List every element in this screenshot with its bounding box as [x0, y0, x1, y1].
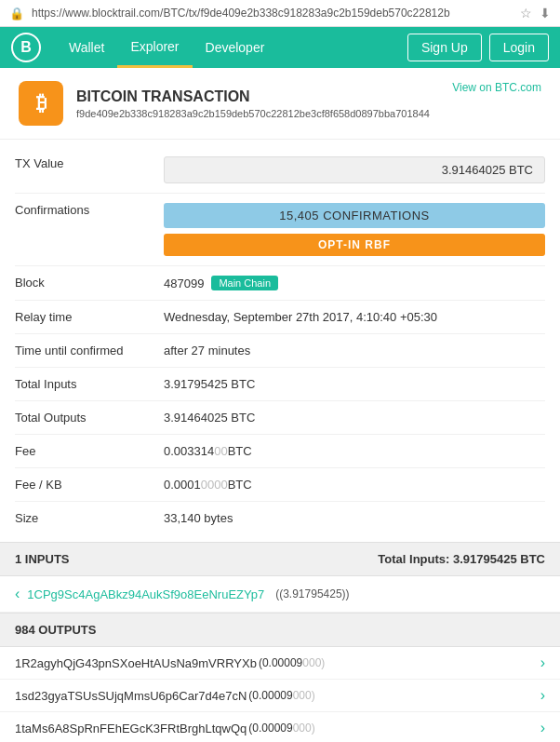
tx-value-label: TX Value: [15, 156, 164, 170]
input-amount: ((3.91795425)): [275, 587, 349, 600]
bitcoin-logo: ₿: [19, 81, 63, 126]
block-field: 487099 Main Chain: [164, 276, 545, 290]
nav-developer[interactable]: Developer: [193, 27, 278, 68]
output-amount-2: (0.00009000): [248, 722, 314, 735]
fee-suffix: BTC: [228, 444, 252, 458]
size-row: Size 33,140 bytes: [15, 502, 545, 534]
input-address[interactable]: 1CPg9Sc4AgABkz94AukSf9o8EeNruEZYp7: [27, 587, 264, 601]
download-icon[interactable]: ⬇: [540, 6, 551, 20]
relay-time-label: Relay time: [15, 310, 164, 324]
total-inputs-row: Total Inputs 3.91795425 BTC: [15, 368, 545, 401]
fee-kb-label: Fee / KB: [15, 478, 164, 492]
chevron-right-icon[interactable]: ›: [540, 720, 545, 736]
block-label: Block: [15, 276, 164, 290]
inputs-total: Total Inputs: 3.91795425 BTC: [378, 552, 545, 566]
size-label: Size: [15, 511, 164, 525]
output-address-2: 1taMs6A8SpRnFEhEGcK3FRtBrghLtqwQq: [15, 722, 247, 735]
main-content: ₿ BITCOIN TRANSACTION f9de409e2b338c9182…: [0, 68, 560, 742]
confirmations-badge: 15,405 CONFIRMATIONS: [164, 203, 545, 228]
transaction-title: BITCOIN TRANSACTION: [76, 88, 439, 105]
fee-muted: 00: [214, 444, 227, 458]
transaction-info: BITCOIN TRANSACTION f9de409e2b338c918283…: [76, 88, 439, 119]
tx-value-display: 3.91464025 BTC: [164, 156, 545, 183]
chevron-left-icon: ‹: [15, 586, 20, 602]
rbf-badge: OPT-IN RBF: [164, 234, 545, 256]
url-bar: 🔒 https://www.blocktrail.com/BTC/tx/f9de…: [0, 0, 560, 27]
output-amount-1: (0.00009000): [248, 689, 314, 702]
total-outputs-row: Total Outputs 3.91464025 BTC: [15, 401, 545, 435]
fee-kb-field: 0.00010000 BTC: [164, 478, 545, 492]
size-value: 33,140 bytes: [164, 511, 545, 525]
main-chain-badge: Main Chain: [211, 276, 278, 290]
inputs-count: 1 INPUTS: [15, 552, 70, 566]
chevron-right-icon[interactable]: ›: [540, 687, 545, 704]
output-address-0: 1R2agyhQjG43pnSXoeHtAUsNa9mVRRYXb: [15, 656, 257, 670]
time-confirmed-value: after 27 minutes: [164, 344, 545, 358]
signup-button[interactable]: Sign Up: [407, 34, 482, 61]
confirmations-field: 15,405 CONFIRMATIONS OPT-IN RBF: [164, 203, 545, 256]
url-text: https://www.blocktrail.com/BTC/tx/f9de40…: [32, 7, 513, 20]
total-inputs-value: 3.91795425 BTC: [164, 377, 545, 391]
fee-main: 0.003314: [164, 444, 214, 458]
fee-field: 0.00331400 BTC: [164, 444, 545, 458]
input-item: ‹ 1CPg9Sc4AgABkz94AukSf9o8EeNruEZYp7 ((3…: [0, 576, 560, 613]
relay-time-value: Wednesday, September 27th 2017, 4:10:40 …: [164, 310, 545, 324]
lock-icon: 🔒: [9, 7, 24, 20]
outputs-count: 984 OUTPUTS: [15, 623, 96, 637]
time-confirmed-row: Time until confirmed after 27 minutes: [15, 334, 545, 368]
output-address-wrap: 1taMs6A8SpRnFEhEGcK3FRtBrghLtqwQq (0.000…: [15, 722, 315, 735]
block-number: 487099: [164, 277, 204, 290]
outputs-section-header: 984 OUTPUTS: [0, 613, 560, 647]
output-item: 1R2agyhQjG43pnSXoeHtAUsNa9mVRRYXb (0.000…: [0, 647, 560, 680]
output-address-1: 1sd23gyaTSUsSUjqMmsU6p6Car7d4e7cN: [15, 689, 247, 703]
bookmark-icon[interactable]: ☆: [520, 6, 532, 20]
nav-explorer[interactable]: Explorer: [117, 27, 192, 68]
fee-kb-row: Fee / KB 0.00010000 BTC: [15, 468, 545, 502]
total-inputs-label: Total Inputs: [15, 377, 164, 391]
transaction-hash: f9de409e2b338c918283a9c2b159deb570c22812…: [76, 108, 439, 119]
fee-label: Fee: [15, 444, 164, 458]
output-address-wrap: 1sd23gyaTSUsSUjqMmsU6p6Car7d4e7cN (0.000…: [15, 689, 315, 703]
relay-time-row: Relay time Wednesday, September 27th 201…: [15, 301, 545, 334]
main-nav: Wallet Explorer Developer: [56, 27, 407, 68]
confirmations-label: Confirmations: [15, 203, 164, 217]
transaction-details: TX Value 3.91464025 BTC Confirmations 15…: [0, 140, 560, 542]
top-nav: B Wallet Explorer Developer Sign Up Logi…: [0, 27, 560, 68]
output-amount-0: (0.00009000): [259, 656, 325, 669]
login-button[interactable]: Login: [489, 34, 549, 61]
site-logo[interactable]: B: [11, 33, 41, 62]
auth-buttons: Sign Up Login: [407, 34, 549, 61]
outputs-list: 1R2agyhQjG43pnSXoeHtAUsNa9mVRRYXb (0.000…: [0, 647, 560, 742]
chevron-right-icon[interactable]: ›: [540, 654, 545, 671]
nav-wallet[interactable]: Wallet: [56, 27, 117, 68]
fee-kb-muted: 0000: [201, 478, 228, 492]
output-item: 1taMs6A8SpRnFEhEGcK3FRtBrghLtqwQq (0.000…: [0, 712, 560, 742]
output-address-wrap: 1R2agyhQjG43pnSXoeHtAUsNa9mVRRYXb (0.000…: [15, 656, 325, 670]
block-row: Block 487099 Main Chain: [15, 266, 545, 301]
output-item: 1sd23gyaTSUsSUjqMmsU6p6Car7d4e7cN (0.000…: [0, 680, 560, 712]
fee-row: Fee 0.00331400 BTC: [15, 435, 545, 468]
view-on-btccom-link[interactable]: View on BTC.com: [452, 81, 541, 94]
fee-kb-suffix: BTC: [228, 478, 252, 492]
fee-kb-main: 0.0001: [164, 478, 201, 492]
tx-value-row: TX Value 3.91464025 BTC: [15, 147, 545, 194]
confirmations-row: Confirmations 15,405 CONFIRMATIONS OPT-I…: [15, 194, 545, 266]
transaction-header: ₿ BITCOIN TRANSACTION f9de409e2b338c9182…: [0, 68, 560, 140]
tx-value-field: 3.91464025 BTC: [164, 156, 545, 183]
inputs-section-header: 1 INPUTS Total Inputs: 3.91795425 BTC: [0, 542, 560, 576]
total-outputs-value: 3.91464025 BTC: [164, 411, 545, 425]
time-confirmed-label: Time until confirmed: [15, 344, 164, 358]
total-outputs-label: Total Outputs: [15, 411, 164, 425]
